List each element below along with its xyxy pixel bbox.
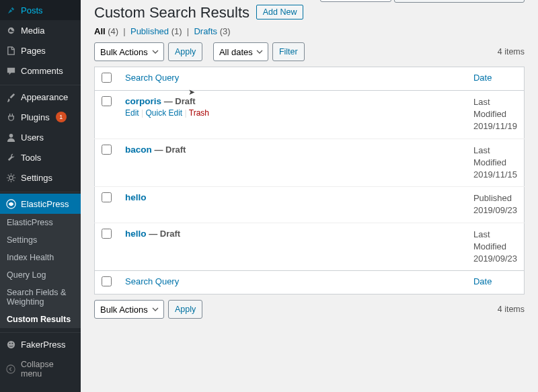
column-date[interactable]: Date (473, 73, 492, 83)
tablenav-top: Bulk Actions Apply All dates Filter 4 it… (94, 41, 525, 63)
column-date-foot[interactable]: Date (473, 276, 492, 286)
posts-table: Search Query Date corporis — DraftEdit |… (94, 67, 525, 295)
row-title-link[interactable]: hello (125, 192, 147, 202)
status-filters: All (4) | Published (1) | Drafts (3) (94, 26, 525, 36)
sidebar-item-label: Media (21, 26, 44, 36)
comment-icon (5, 65, 16, 76)
tablenav-bottom: Bulk Actions Apply 4 items (94, 299, 525, 320)
row-title-link[interactable]: hello (125, 229, 147, 239)
date-filter-select[interactable]: All dates (213, 42, 268, 61)
media-icon (5, 25, 16, 36)
user-icon (5, 132, 16, 143)
row-date: Last Modified2019/09/23 (467, 223, 525, 271)
svg-point-3 (9, 342, 10, 344)
faker-icon (5, 339, 16, 350)
table-row: bacon — DraftEdit | Quick Edit | TrashLa… (95, 139, 525, 187)
submenu-item-custom-results[interactable]: Custom Results (0, 311, 81, 328)
row-checkbox[interactable] (102, 96, 112, 106)
row-actions: Edit | Quick Edit | Trash (125, 108, 460, 118)
svg-point-0 (9, 133, 13, 137)
row-checkbox[interactable] (102, 192, 112, 202)
sidebar-item-settings[interactable]: Settings (0, 167, 81, 188)
sidebar-item-label: Tools (21, 153, 41, 163)
page-title: Custom Search Results (94, 4, 249, 22)
row-date: Published2019/09/23 (467, 187, 525, 223)
submenu-item-elasticpress[interactable]: ElasticPress (0, 214, 81, 231)
row-title-link[interactable]: bacon (125, 145, 152, 155)
sidebar-item-label: Appearance (21, 92, 68, 102)
bulk-actions-select-bottom[interactable]: Bulk Actions (94, 300, 164, 319)
filter-published[interactable]: Published (130, 26, 169, 36)
table-row: corporis — DraftEdit | Quick Edit | Tras… (95, 91, 525, 139)
sidebar-item-label: FakerPress (21, 340, 65, 350)
row-checkbox[interactable] (102, 145, 112, 155)
plug-icon (5, 112, 16, 122)
select-all-top[interactable] (102, 73, 112, 83)
sidebar-item-comments[interactable]: Comments (0, 61, 81, 81)
collapse-icon (5, 364, 16, 375)
table-row: hello — DraftEdit | Quick Edit | TrashLa… (95, 223, 525, 271)
column-title[interactable]: Search Query (125, 73, 179, 83)
sidebar-item-plugins[interactable]: Plugins1 (0, 107, 81, 127)
sidebar-item-tools[interactable]: Tools (0, 147, 81, 167)
sidebar-item-users[interactable]: Users (0, 127, 81, 147)
svg-point-5 (7, 365, 15, 373)
sidebar-item-appearance[interactable]: Appearance (0, 87, 81, 107)
svg-point-2 (7, 340, 14, 348)
submenu-item-query-log[interactable]: Query Log (0, 266, 81, 284)
submenu-item-settings[interactable]: Settings (0, 231, 81, 249)
sidebar-item-label: Users (21, 132, 44, 143)
row-trash[interactable]: Trash (189, 108, 209, 118)
row-checkbox[interactable] (102, 229, 112, 239)
gear-icon (5, 172, 16, 183)
sidebar-item-posts[interactable]: Posts (0, 0, 81, 20)
search-button[interactable]: Search Custom Search Results (394, 0, 525, 3)
add-new-button[interactable]: Add New (256, 5, 304, 19)
admin-sidebar: PostsMediaPagesComments AppearancePlugin… (0, 0, 81, 392)
post-state: — Draft (161, 96, 196, 106)
main-content: Custom Search Results Add New Search Cus… (81, 0, 538, 392)
brush-icon (5, 91, 16, 102)
column-title-foot[interactable]: Search Query (125, 276, 179, 286)
sidebar-item-label: Pages (21, 46, 46, 56)
pin-icon (5, 5, 16, 15)
sidebar-item-label: Comments (21, 66, 63, 76)
search-input[interactable] (320, 0, 391, 2)
filter-drafts[interactable]: Drafts (194, 26, 217, 36)
bulk-apply-button-bottom[interactable]: Apply (168, 300, 202, 319)
page-icon (5, 45, 16, 56)
row-title-link[interactable]: corporis (125, 96, 161, 106)
sidebar-item-label: ElasticPress (21, 199, 69, 209)
wrench-icon (5, 152, 16, 163)
table-row: helloEdit | Quick Edit | TrashPublished2… (95, 187, 525, 223)
submenu-item-index-health[interactable]: Index Health (0, 249, 81, 266)
svg-point-4 (11, 342, 13, 344)
sidebar-item-label: Plugins (21, 112, 50, 122)
item-count: 4 items (498, 47, 525, 56)
sidebar-item-media[interactable]: Media (0, 20, 81, 40)
item-count-bottom: 4 items (498, 305, 525, 314)
submenu-item-search-fields-weighting[interactable]: Search Fields & Weighting (0, 284, 81, 311)
post-state: — Draft (152, 145, 186, 155)
collapse-menu[interactable]: Collapse menu (0, 354, 81, 384)
search-box: Search Custom Search Results (320, 0, 525, 3)
filter-button[interactable]: Filter (272, 42, 305, 61)
update-badge: 1 (56, 112, 67, 122)
post-state: — Draft (147, 229, 181, 239)
sidebar-item-label: Settings (21, 173, 52, 183)
row-quick-edit[interactable]: Quick Edit (145, 108, 182, 118)
row-date: Last Modified2019/11/19 (467, 91, 525, 139)
sidebar-item-fakerpress[interactable]: FakerPress (0, 334, 81, 354)
bulk-actions-select[interactable]: Bulk Actions (94, 42, 164, 61)
row-date: Last Modified2019/11/15 (467, 139, 525, 187)
sidebar-item-pages[interactable]: Pages (0, 40, 81, 61)
elasticpress-icon (5, 198, 16, 209)
bulk-apply-button[interactable]: Apply (168, 42, 202, 61)
row-edit[interactable]: Edit (125, 108, 139, 118)
filter-all[interactable]: All (94, 26, 106, 36)
sidebar-item-label: Posts (21, 5, 43, 15)
sidebar-item-elasticpress[interactable]: ElasticPress (0, 194, 81, 214)
select-all-bottom[interactable] (102, 276, 112, 286)
